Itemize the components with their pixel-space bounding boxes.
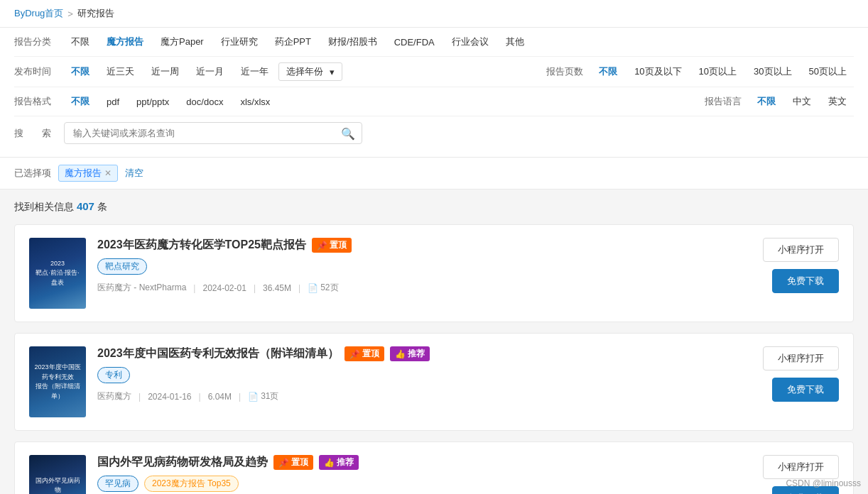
mini-program-button[interactable]: 小程序打开 (763, 346, 839, 370)
category-option[interactable]: 药企PPT (268, 33, 318, 50)
meta-sep: | (199, 392, 201, 402)
meta-sep: | (239, 392, 241, 402)
card-thumbnail: 2023靶点·前沿·报告·盘表 (29, 238, 86, 309)
card-size: 6.04M (208, 392, 232, 402)
search-label: 搜 索 (14, 127, 64, 140)
time-option[interactable]: 近一周 (144, 63, 186, 80)
category-option[interactable]: 其他 (499, 33, 531, 50)
filter-panel: 报告分类 不限魔方报告魔方Paper行业研究药企PPT财报/招股书CDE/FDA… (0, 28, 868, 158)
download-button[interactable]: 免费下载 (772, 378, 839, 402)
tag[interactable]: 靶点研究 (97, 258, 147, 275)
format-option[interactable]: pdf (99, 94, 126, 109)
card-tags: 罕见病2023魔方报告 Top35 (97, 476, 752, 492)
time-option[interactable]: 近三天 (99, 63, 141, 80)
lang-label: 报告语言 (705, 95, 742, 108)
category-row: 报告分类 不限魔方报告魔方Paper行业研究药企PPT财报/招股书CDE/FDA… (14, 28, 854, 57)
pages-option[interactable]: 50页以上 (802, 63, 854, 80)
lang-option[interactable]: 不限 (750, 93, 783, 110)
category-option[interactable]: 财报/招股书 (321, 33, 384, 50)
pages-option[interactable]: 10页及以下 (627, 63, 688, 80)
breadcrumb-current: 研究报告 (77, 7, 114, 20)
format-option[interactable]: xls/xlsx (233, 94, 277, 109)
time-option[interactable]: 不限 (64, 63, 97, 80)
card-title-row: 2023年医药魔方转化医学TOP25靶点报告📌置顶 (97, 238, 752, 253)
lang-option[interactable]: 英文 (821, 93, 854, 110)
meta-sep: | (298, 283, 300, 293)
category-option[interactable]: 行业会议 (445, 33, 496, 50)
card-pages: 52页 (320, 282, 338, 294)
list-item: 国内外罕见病药物研发格局及趋势国内外罕见病药物研发格局及趋势📌置顶👍推荐罕见病2… (14, 441, 854, 494)
card-title[interactable]: 2023年医药魔方转化医学TOP25靶点报告 (97, 238, 306, 253)
mini-program-button[interactable]: 小程序打开 (763, 455, 839, 479)
card-pages: 31页 (261, 390, 278, 402)
card-source: 医药魔方 - NextPharma (97, 282, 186, 294)
selected-bar: 已选择项 魔方报告 ✕ 清空 (0, 158, 868, 190)
result-suffix: 条 (97, 201, 107, 212)
card-title-row: 国内外罕见病药物研发格局及趋势📌置顶👍推荐 (97, 455, 752, 470)
card-title[interactable]: 国内外罕见病药物研发格局及趋势 (97, 455, 268, 470)
lang-option[interactable]: 中文 (786, 93, 818, 110)
format-label: 报告格式 (14, 95, 64, 108)
year-select[interactable]: 选择年份▾ (278, 62, 342, 81)
category-option[interactable]: 不限 (64, 33, 97, 50)
list-item: 2023年度中国医药专利无效报告（附详细清单）2023年度中国医药专利无效报告（… (14, 333, 854, 431)
selected-tag[interactable]: 魔方报告 ✕ (58, 165, 118, 182)
category-option[interactable]: 魔方Paper (153, 33, 211, 50)
badge-recommend: 👍推荐 (390, 346, 430, 361)
category-option[interactable]: 行业研究 (214, 33, 265, 50)
category-option[interactable]: 魔方报告 (99, 33, 151, 50)
card-thumbnail: 2023年度中国医药专利无效报告（附详细清单） (29, 346, 86, 417)
format-option[interactable]: ppt/pptx (129, 94, 176, 109)
search-input[interactable] (64, 122, 362, 144)
pages-option[interactable]: 不限 (592, 63, 624, 80)
search-wrap: 🔍 (64, 122, 362, 144)
card-source: 医药魔方 (97, 390, 131, 402)
badge-recommend: 👍推荐 (319, 455, 359, 470)
pages-label: 报告页数 (546, 65, 583, 78)
card-tags: 专利 (97, 367, 752, 383)
card-actions: 小程序打开免费下载 (763, 346, 839, 402)
tag[interactable]: 2023魔方报告 Top35 (144, 476, 239, 492)
card-content: 2023年度中国医药专利无效报告（附详细清单）📌置顶👍推荐专利医药魔方|2024… (97, 346, 752, 402)
file-icon: 📄 (308, 283, 318, 293)
download-button[interactable]: 免费下载 (772, 269, 839, 293)
meta-sep: | (193, 283, 195, 293)
card-date: 2024-01-16 (148, 392, 191, 402)
format-option[interactable]: doc/docx (179, 94, 230, 109)
breadcrumb-home[interactable]: ByDrug首页 (14, 7, 63, 20)
pages-options: 不限10页及以下10页以上30页以上50页以上 (592, 63, 854, 80)
card-tags: 靶点研究 (97, 258, 752, 275)
format-options: 不限pdfppt/pptxdoc/docxxls/xlsx (64, 93, 705, 110)
card-meta: 医药魔方 - NextPharma|2024-02-01|36.45M|📄52页 (97, 282, 752, 294)
tag[interactable]: 专利 (97, 367, 130, 383)
breadcrumb: ByDrug首页 > 研究报告 (14, 0, 854, 27)
tag[interactable]: 罕见病 (97, 476, 139, 492)
search-row: 搜 索 🔍 (14, 116, 854, 150)
search-button[interactable]: 🔍 (341, 126, 355, 140)
pages-option[interactable]: 30页以上 (747, 63, 798, 80)
pages-option[interactable]: 10页以上 (692, 63, 744, 80)
format-option[interactable]: 不限 (64, 93, 97, 110)
time-option[interactable]: 近一年 (234, 63, 276, 80)
file-icon: 📄 (248, 392, 259, 402)
card-actions: 小程序打开免费下载 (763, 238, 839, 293)
category-option[interactable]: CDE/FDA (387, 35, 442, 50)
mini-program-button[interactable]: 小程序打开 (763, 238, 839, 262)
card-size: 36.45M (263, 283, 291, 293)
time-options: 不限近三天近一周近一月近一年选择年份▾ (64, 62, 546, 81)
badge-top: 📌置顶 (273, 455, 313, 470)
card-title[interactable]: 2023年度中国医药专利无效报告（附详细清单） (97, 346, 339, 361)
result-count: 找到相关信息 407 条 (14, 200, 854, 214)
lang-filter: 报告语言 不限中文英文 (705, 93, 854, 110)
selected-tag-text: 魔方报告 (65, 167, 102, 180)
result-number: 407 (77, 200, 94, 212)
cards-container: 2023靶点·前沿·报告·盘表2023年医药魔方转化医学TOP25靶点报告📌置顶… (14, 224, 854, 494)
selected-tag-close[interactable]: ✕ (104, 168, 112, 178)
pages-filter: 报告页数 不限10页及以下10页以上30页以上50页以上 (546, 63, 854, 80)
result-area: 找到相关信息 407 条 2023靶点·前沿·报告·盘表2023年医药魔方转化医… (0, 190, 868, 494)
format-lang-row: 报告格式 不限pdfppt/pptxdoc/docxxls/xlsx 报告语言 … (14, 87, 854, 116)
clear-button[interactable]: 清空 (125, 167, 143, 180)
list-item: 2023靶点·前沿·报告·盘表2023年医药魔方转化医学TOP25靶点报告📌置顶… (14, 224, 854, 322)
time-option[interactable]: 近一月 (189, 63, 231, 80)
time-pages-row: 发布时间 不限近三天近一周近一月近一年选择年份▾ 报告页数 不限10页及以下10… (14, 57, 854, 87)
